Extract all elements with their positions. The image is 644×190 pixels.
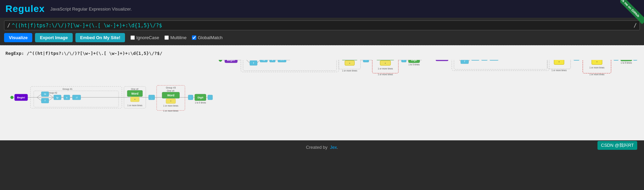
fslash-box [633,60,638,60]
subtitle: JavaScript Regular Expression Visualizer… [50,6,132,12]
svg-text:-: - [385,61,386,65]
diagram-svg: Begin! Group #1 Group #2 ht f tp [5,60,214,135]
global-match-checkbox[interactable] [192,35,196,40]
visualize-button[interactable]: Visualize [4,33,32,42]
group3-times1: 1 or more times [589,66,604,69]
svg-text:Digit: Digit [197,96,203,99]
ignore-case-label[interactable]: IgnoreCase [136,35,159,40]
begin-box [436,60,448,61]
footer: Created by Jex. [0,140,644,154]
footer-period: . [337,145,338,150]
svg-rect-47 [208,95,213,100]
svg-text:.: . [365,60,367,61]
svg-text:1 or more times: 1 or more times [127,104,142,107]
svg-rect-89 [376,60,394,60]
github-banner-text: fork me on GitHub [620,0,644,24]
export-button[interactable]: Export Image [35,33,72,42]
tp-box [471,60,479,60]
svg-text:1 or more times: 1 or more times [163,105,178,107]
svg-text:1 or more times: 1 or more times [163,110,178,112]
svg-text::: : [190,96,191,99]
jex-link[interactable]: Jex [330,145,337,150]
regexp-label: RegExp: /^((ht|f)tps?:\/\/)?[\w-]+(\.[ \… [5,51,639,56]
svg-text:Begin!: Begin! [227,60,235,62]
svg-point-49 [219,60,222,61]
final-diagram: Begin! Group #1 Group #2 ht f [425,60,639,94]
dash3-label: - [596,60,597,63]
svg-text:-: - [170,99,171,102]
digit-times: 1 to 5 times [621,62,632,64]
svg-text:1 to 5 times: 1 to 5 times [408,63,419,66]
regex-input[interactable] [12,22,634,29]
svg-text:tp: tp [56,96,58,99]
slash-left: / [7,22,11,29]
ignore-case-group: IgnoreCase [130,35,159,40]
dot-box [574,60,579,60]
regexp-prefix: RegExp: [5,51,24,56]
svg-text:Word: Word [131,92,139,95]
svg-text:ht: ht [44,93,46,96]
svg-text:1 or more times: 1 or more times [342,69,357,72]
created-by-text: Created by [306,145,328,150]
csdn-badge: CSDN @我叫RT [597,141,637,150]
global-match-label[interactable]: GlobalMatch [198,35,222,40]
footer-wrapper: Created by Jex. CSDN @我叫RT [0,140,644,154]
diagram-svg-main: Begin! Group #1 Group #2 ht f tp [214,60,425,99]
group3-times2: 1 or more times [589,73,604,76]
svg-text:f: f [253,62,254,65]
global-match-group: GlobalMatch [192,35,222,40]
svg-text:1 or more times: 1 or more times [378,73,393,76]
svg-text:-: - [135,97,136,101]
multiline-checkbox[interactable] [164,35,169,40]
svg-text:Group #3: Group #3 [166,86,176,89]
svg-text:tp: tp [262,60,265,61]
svg-text:Digit: Digit [411,60,417,62]
svg-rect-77 [342,60,357,60]
start-dot [11,96,14,99]
svg-text:://: :// [280,60,284,61]
svg-text:1 or more times: 1 or more times [378,67,393,70]
svg-text:s: s [272,60,273,61]
s-box [482,60,488,60]
oneof1-times: 1 or more times [552,69,567,72]
dash1-label: - [559,60,560,63]
svg-text:.: . [151,96,152,99]
svg-text:s: s [66,96,68,99]
regex-input-row: / / [4,20,640,30]
colon-box [614,60,619,60]
f-label: f [464,60,465,63]
embed-button[interactable]: Embed On My Site! [75,33,125,42]
multiline-group: Multiline [164,35,186,40]
svg-text:One of:: One of: [167,90,175,92]
diagram-container: Begin! Group #1 Group #2 ht f tp [5,60,639,135]
viz-area: RegExp: /^((ht|f)tps?:\/\/)?[\w-]+(\.[ \… [0,45,644,140]
header: Regulex JavaScript Regular Expression Vi… [0,0,644,18]
toolbar: Visualize Export Image Embed On My Site!… [4,33,640,42]
svg-rect-48 [214,60,425,85]
svg-text:Group #1: Group #1 [62,88,72,91]
svg-text:One of:: One of: [131,88,139,90]
svg-text:-: - [349,61,350,65]
input-area: / / Visualize Export Image Embed On My S… [0,18,644,45]
svg-text:1 to 5 times: 1 to 5 times [195,101,206,104]
github-banner[interactable]: fork me on GitHub [620,0,644,24]
svg-text:://: :// [75,96,78,99]
regexp-value: /^((ht|f)tps?:\/\/)?[\w-]+(\.[ \w-]+)+:\… [27,51,162,56]
svg-text:Word: Word [167,94,174,97]
ignore-case-checkbox[interactable] [130,35,135,40]
digit-box [621,60,632,61]
svg-text:Begin!: Begin! [17,96,25,99]
logo: Regulex [5,3,45,14]
slashes-box [490,60,499,60]
svg-text::: : [403,60,405,61]
multiline-label[interactable]: Multiline [170,35,186,40]
